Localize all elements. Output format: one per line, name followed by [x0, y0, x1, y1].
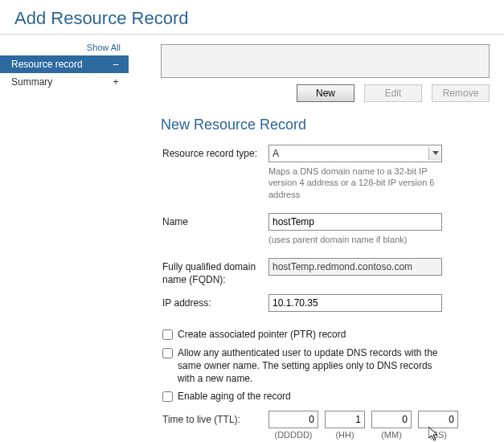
expand-icon: +: [111, 76, 121, 88]
ip-field[interactable]: [268, 294, 442, 312]
sidebar: Show All Resource record – Summary +: [0, 38, 129, 442]
ip-label: IP address:: [162, 294, 268, 309]
aging-checkbox-label: Enable aging of the record: [178, 390, 291, 403]
ttl-hours-caption: (HH): [325, 430, 365, 440]
sidebar-item-label: Resource record: [11, 59, 83, 70]
name-field[interactable]: [268, 213, 442, 231]
collapse-icon: –: [111, 59, 121, 70]
section-title: New Resource Record: [161, 117, 490, 133]
auth-checkbox[interactable]: [162, 348, 173, 358]
remove-button: Remove: [432, 84, 490, 102]
type-hint: Maps a DNS domain name to a 32-bit IP ve…: [268, 166, 442, 200]
ttl-minutes-caption: (MM): [371, 430, 412, 440]
page-title: Add Resource Record: [0, 0, 504, 35]
name-label: Name: [162, 213, 268, 227]
ttl-minutes-field[interactable]: [371, 411, 412, 428]
type-label: Resource record type:: [162, 145, 268, 159]
show-all-link[interactable]: Show All: [0, 41, 129, 55]
sidebar-item-label: Summary: [11, 76, 52, 88]
name-hint: (uses parent domain name if blank): [268, 234, 442, 245]
ttl-seconds-field[interactable]: [418, 411, 458, 428]
fqdn-label: Fully qualified domain name (FQDN):: [162, 258, 268, 286]
aging-checkbox[interactable]: [162, 391, 173, 402]
ttl-days-caption: (DDDDD): [268, 430, 318, 440]
ttl-hours-field[interactable]: [325, 411, 365, 428]
chevron-down-icon: [428, 147, 441, 160]
auth-checkbox-label: Allow any authenticated user to update D…: [178, 346, 443, 386]
ptr-checkbox-label: Create associated pointer (PTR) record: [178, 328, 346, 341]
new-button[interactable]: New: [297, 84, 354, 102]
sidebar-item-resource-record[interactable]: Resource record –: [0, 55, 129, 73]
record-listbox[interactable]: [161, 44, 490, 78]
ttl-days-field[interactable]: [268, 411, 318, 428]
type-value: A: [272, 148, 428, 159]
ttl-label: Time to live (TTL):: [162, 414, 268, 425]
ttl-seconds-caption: (SS): [418, 430, 458, 440]
ptr-checkbox[interactable]: [162, 329, 173, 340]
sidebar-item-summary[interactable]: Summary +: [0, 73, 129, 91]
fqdn-field: [268, 258, 442, 276]
type-select[interactable]: A: [268, 145, 442, 162]
edit-button: Edit: [364, 84, 422, 102]
